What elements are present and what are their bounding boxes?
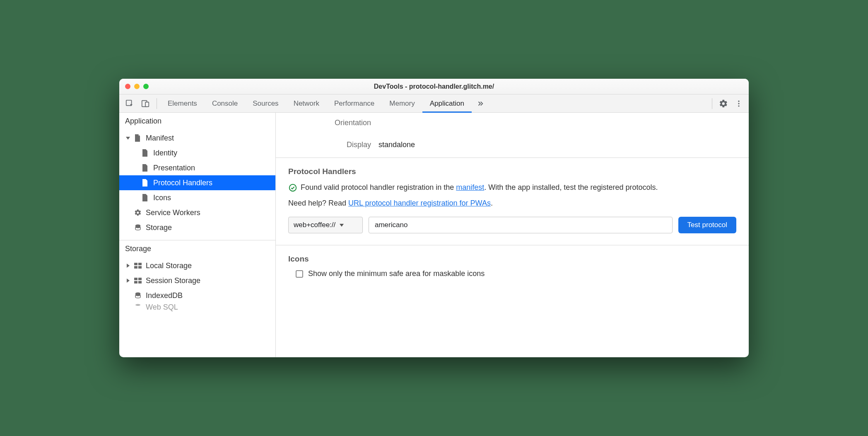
toolbar: Elements Console Sources Network Perform… (119, 94, 749, 113)
grid-icon (134, 278, 142, 283)
select-value: web+coffee:// (294, 221, 335, 229)
inspect-element-icon[interactable] (122, 97, 137, 110)
devtools-window: DevTools - protocol-handler.glitch.me/ E… (119, 79, 749, 357)
sidebar-item-protocol-handlers[interactable]: Protocol Handlers (119, 175, 275, 190)
svg-rect-12 (138, 278, 142, 280)
manifest-link[interactable]: manifest (456, 183, 484, 191)
main-panel: Orientation Display standalone Protocol … (276, 113, 749, 357)
svg-rect-14 (138, 281, 142, 283)
sidebar-item-label: Icons (153, 194, 171, 202)
content-area: Application Manifest Identity (119, 113, 749, 357)
device-toolbar-icon[interactable] (137, 97, 153, 110)
checkbox-label: Show only the minimum safe area for mask… (308, 269, 485, 278)
svg-point-4 (738, 103, 739, 104)
help-link[interactable]: URL protocol handler registration for PW… (348, 199, 491, 207)
sidebar-item-service-workers[interactable]: Service Workers (119, 205, 275, 220)
label-orientation: Orientation (288, 119, 379, 127)
test-protocol-button[interactable]: Test protocol (678, 217, 736, 233)
file-icon (142, 179, 150, 187)
sidebar-item-label: Local Storage (146, 262, 192, 270)
label-display: Display (288, 140, 379, 149)
database-icon (134, 224, 142, 231)
sidebar-item-label: IndexedDB (146, 291, 183, 300)
sidebar-item-label: Storage (146, 223, 172, 232)
database-icon (134, 303, 142, 311)
tab-console[interactable]: Console (205, 94, 245, 112)
tab-performance[interactable]: Performance (327, 94, 382, 112)
help-pre: Need help? Read (288, 199, 348, 207)
section-title-icons: Icons (276, 251, 749, 267)
svg-rect-13 (134, 281, 137, 283)
sidebar-item-websql[interactable]: Web SQL (119, 303, 275, 311)
protocol-status-text: Found valid protocol handler registratio… (276, 179, 749, 195)
sidebar-item-identity[interactable]: Identity (119, 145, 275, 160)
chevron-right-icon (126, 264, 131, 268)
sidebar-item-label: Protocol Handlers (153, 179, 212, 187)
close-window-icon[interactable] (125, 84, 130, 89)
file-icon (142, 194, 150, 201)
sidebar-item-icons[interactable]: Icons (119, 190, 275, 205)
tab-memory[interactable]: Memory (382, 94, 422, 112)
sidebar: Application Manifest Identity (119, 113, 276, 357)
sidebar-item-session-storage[interactable]: Session Storage (119, 273, 275, 288)
titlebar: DevTools - protocol-handler.glitch.me/ (119, 79, 749, 94)
more-tabs-icon[interactable] (472, 100, 489, 107)
window-title: DevTools - protocol-handler.glitch.me/ (119, 83, 749, 90)
toolbar-separator (157, 98, 157, 109)
more-options-icon[interactable] (731, 98, 746, 109)
panel-tabs: Elements Console Sources Network Perform… (160, 94, 472, 112)
section-divider (276, 245, 749, 245)
chevron-down-icon (340, 223, 344, 227)
protocol-path-input[interactable] (369, 217, 673, 233)
section-title-protocol-handlers: Protocol Handlers (276, 164, 749, 179)
tab-network[interactable]: Network (286, 94, 327, 112)
status-pre: Found valid protocol handler registratio… (301, 183, 456, 191)
svg-point-3 (738, 100, 739, 102)
svg-point-16 (135, 304, 140, 306)
status-post: . With the app installed, test the regis… (484, 183, 658, 191)
file-icon (134, 134, 142, 142)
sidebar-section-application: Application (119, 113, 275, 130)
sidebar-item-local-storage[interactable]: Local Storage (119, 258, 275, 273)
svg-rect-9 (134, 266, 137, 269)
svg-rect-11 (134, 278, 137, 280)
sidebar-item-indexeddb[interactable]: IndexedDB (119, 288, 275, 303)
protocol-test-row: web+coffee:// Test protocol (276, 211, 749, 239)
gear-icon (134, 209, 142, 216)
sidebar-item-label: Web SQL (146, 303, 178, 311)
sidebar-item-label: Session Storage (146, 276, 200, 285)
protocol-help-text: Need help? Read URL protocol handler reg… (276, 195, 749, 211)
tab-elements[interactable]: Elements (160, 94, 205, 112)
sidebar-item-presentation[interactable]: Presentation (119, 160, 275, 175)
database-icon (134, 292, 142, 299)
application-tree: Manifest Identity Presentation (119, 130, 275, 238)
traffic-lights (125, 84, 149, 89)
tab-application[interactable]: Application (422, 94, 472, 112)
svg-rect-7 (134, 263, 137, 265)
value-display: standalone (379, 140, 415, 149)
grid-icon (134, 263, 142, 269)
row-display: Display standalone (276, 138, 749, 152)
svg-point-5 (738, 105, 739, 107)
settings-icon[interactable] (716, 97, 731, 110)
chevron-down-icon (126, 136, 131, 140)
minimize-window-icon[interactable] (134, 84, 140, 89)
sidebar-item-storage-overview[interactable]: Storage (119, 220, 275, 235)
toolbar-separator (712, 98, 712, 109)
maximize-window-icon[interactable] (143, 84, 149, 89)
maskable-checkbox[interactable] (296, 270, 303, 278)
storage-tree: Local Storage Session Storage (119, 257, 275, 315)
sidebar-item-label: Service Workers (146, 208, 200, 217)
help-post: . (491, 199, 493, 207)
row-orientation: Orientation (276, 116, 749, 130)
tab-sources[interactable]: Sources (245, 94, 286, 112)
sidebar-item-manifest[interactable]: Manifest (119, 131, 275, 145)
sidebar-item-label: Presentation (153, 164, 195, 172)
file-icon (142, 149, 150, 157)
svg-rect-10 (138, 266, 142, 269)
svg-rect-2 (145, 102, 149, 107)
protocol-scheme-select[interactable]: web+coffee:// (288, 217, 363, 233)
sidebar-item-label: Identity (153, 149, 177, 157)
file-icon (142, 164, 150, 172)
check-circle-icon (288, 183, 297, 192)
